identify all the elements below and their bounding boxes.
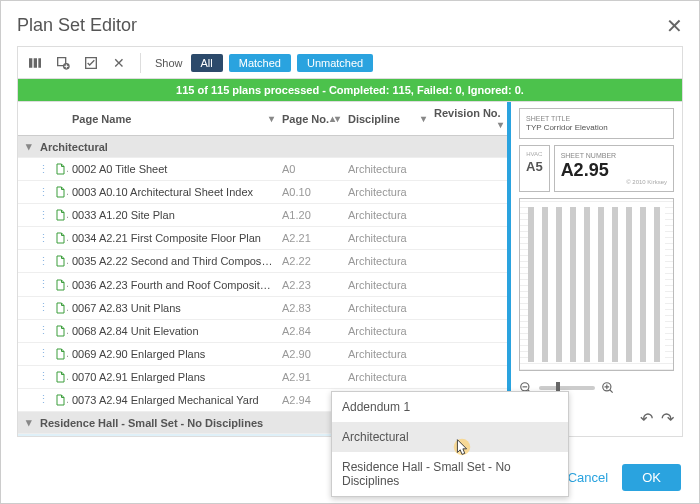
page-no-cell: A2.23: [278, 273, 344, 296]
discipline-cell: Architectura: [348, 255, 407, 267]
filter-all-button[interactable]: All: [191, 54, 223, 72]
discipline-cell: Architectura: [348, 232, 407, 244]
col-revision[interactable]: Revision No.▾: [430, 102, 507, 136]
drag-handle-icon[interactable]: ⋮⋮: [38, 209, 50, 222]
drag-handle-icon[interactable]: ⋮⋮: [38, 393, 50, 406]
discipline-dropdown[interactable]: Addendum 1ArchitecturalResidence Hall - …: [331, 391, 569, 497]
filter-matched-button[interactable]: Matched: [229, 54, 291, 72]
filter-icon[interactable]: ▾: [421, 113, 426, 124]
col-page-name[interactable]: Page Name▾: [68, 102, 278, 136]
table-row[interactable]: ⋮⋮0070 A2.91 Enlarged PlansA2.91Architec…: [18, 365, 507, 388]
ok-button[interactable]: OK: [622, 464, 681, 491]
page-no-cell: A0.10: [278, 181, 344, 204]
dialog-title: Plan Set Editor: [17, 15, 137, 36]
sheet-title-label: SHEET TITLE: [526, 114, 667, 123]
document-icon: [54, 254, 66, 266]
document-icon: [54, 208, 66, 220]
col-page-no[interactable]: Page No.▴▾: [278, 102, 344, 136]
drag-handle-icon[interactable]: ⋮⋮: [38, 301, 50, 314]
table-row[interactable]: ⋮⋮0036 A2.23 Fourth and Roof Composite F…: [18, 273, 507, 296]
discipline-cell: Architectura: [348, 186, 407, 198]
table-row[interactable]: ⋮⋮0034 A2.21 First Composite Floor PlanA…: [18, 227, 507, 250]
copyright: © 2010 Kirksey: [561, 179, 667, 187]
page-name-cell: 0035 A2.22 Second and Third Composite Fl…: [68, 250, 278, 273]
drag-handle-icon[interactable]: ⋮⋮: [38, 278, 50, 291]
page-no-cell: A1.20: [278, 204, 344, 227]
table-row[interactable]: ⋮⋮0003 A0.10 Architectural Sheet IndexA0…: [18, 181, 507, 204]
toolbar-divider: [140, 53, 141, 73]
discipline-cell: Architectura: [348, 279, 407, 291]
page-no-cell: A2.91: [278, 365, 344, 388]
drag-handle-icon[interactable]: ⋮⋮: [38, 324, 50, 337]
table-row[interactable]: ⋮⋮0033 A1.20 Site PlanA1.20Architectura: [18, 204, 507, 227]
content-area: Page Name▾ Page No.▴▾ Discipline▾ Revisi…: [17, 101, 683, 437]
sheet-title: TYP Corridor Elevation: [526, 123, 667, 133]
filter-icon[interactable]: ▾: [498, 119, 503, 130]
table-row[interactable]: ⋮⋮0068 A2.84 Unit ElevationA2.84Architec…: [18, 319, 507, 342]
page-no-cell: A2.22: [278, 250, 344, 273]
document-icon: [54, 162, 66, 174]
discipline-cell: Architectura: [348, 163, 407, 175]
toolbar: ✕ Show All Matched Unmatched: [17, 46, 683, 78]
approve-icon[interactable]: [80, 52, 102, 74]
filter-icon[interactable]: ▾: [269, 113, 274, 124]
show-label: Show: [155, 57, 183, 69]
group-row[interactable]: ▾Architectural: [18, 136, 507, 158]
cancel-button[interactable]: Cancel: [568, 470, 608, 485]
dropdown-item[interactable]: Architectural: [332, 422, 568, 452]
discipline-cell: Architectura: [348, 302, 407, 314]
page-name-cell: 0002 A0 Title Sheet: [68, 158, 278, 181]
plan-set-editor-dialog: Plan Set Editor ✕ ✕ Show All Matched Unm…: [0, 0, 700, 504]
zoom-in-icon[interactable]: [601, 381, 615, 395]
dropdown-item[interactable]: Addendum 1: [332, 392, 568, 422]
swap-columns-icon[interactable]: [24, 52, 46, 74]
clear-icon[interactable]: ✕: [108, 52, 130, 74]
drag-handle-icon[interactable]: ⋮⋮: [38, 163, 50, 176]
add-icon[interactable]: [52, 52, 74, 74]
undo-icon[interactable]: ↶: [640, 409, 653, 428]
collapse-icon[interactable]: ▾: [24, 416, 34, 429]
sheet-number-box: SHEET NUMBER A2.95 © 2010 Kirksey: [554, 145, 674, 192]
filter-unmatched-button[interactable]: Unmatched: [297, 54, 373, 72]
drag-handle-icon[interactable]: ⋮⋮: [38, 347, 50, 360]
drag-handle-icon[interactable]: ⋮⋮: [38, 232, 50, 245]
page-name-cell: 0070 A2.91 Enlarged Plans: [68, 365, 278, 388]
table-row[interactable]: ⋮⋮0002 A0 Title SheetA0Architectura: [18, 158, 507, 181]
close-icon[interactable]: ✕: [666, 16, 683, 36]
status-bar: 115 of 115 plans processed - Completed: …: [17, 78, 683, 101]
dialog-header: Plan Set Editor ✕: [17, 15, 683, 46]
discipline-cell: Architectura: [348, 348, 407, 360]
collapse-icon[interactable]: ▾: [24, 140, 34, 153]
adjacent-sheet: HVAC A5: [519, 145, 550, 192]
preview-panel: SHEET TITLE TYP Corridor Elevation HVAC …: [507, 102, 682, 436]
page-no-cell: A2.90: [278, 342, 344, 365]
table-row[interactable]: ⋮⋮0067 A2.83 Unit PlansA2.83Architectura: [18, 296, 507, 319]
table-row[interactable]: ⋮⋮0035 A2.22 Second and Third Composite …: [18, 250, 507, 273]
zoom-slider[interactable]: [539, 386, 595, 390]
page-name-cell: 0067 A2.83 Unit Plans: [68, 296, 278, 319]
sheet-title-box: SHEET TITLE TYP Corridor Elevation: [519, 108, 674, 139]
drag-handle-icon[interactable]: ⋮⋮: [38, 370, 50, 383]
plan-table: Page Name▾ Page No.▴▾ Discipline▾ Revisi…: [18, 102, 507, 436]
document-icon: [54, 231, 66, 243]
document-icon: [54, 301, 66, 313]
document-icon: [54, 324, 66, 336]
discipline-cell: Architectura: [348, 325, 407, 337]
sort-icon[interactable]: ▴▾: [330, 113, 340, 124]
table-row[interactable]: ⋮⋮0069 A2.90 Enlarged PlansA2.90Architec…: [18, 342, 507, 365]
sheet-thumbnail[interactable]: [519, 198, 674, 371]
document-icon: [54, 185, 66, 197]
mouse-cursor-icon: [451, 436, 473, 462]
drag-handle-icon[interactable]: ⋮⋮: [38, 186, 50, 199]
header-row: Page Name▾ Page No.▴▾ Discipline▾ Revisi…: [18, 102, 507, 136]
page-name-cell: 0034 A2.21 First Composite Floor Plan: [68, 227, 278, 250]
col-discipline[interactable]: Discipline▾: [344, 102, 430, 136]
page-no-cell: A2.84: [278, 319, 344, 342]
dropdown-item[interactable]: Residence Hall - Small Set - No Discipli…: [332, 452, 568, 496]
grid-area[interactable]: Page Name▾ Page No.▴▾ Discipline▾ Revisi…: [18, 102, 507, 436]
page-name-cell: 0033 A1.20 Site Plan: [68, 204, 278, 227]
page-name-cell: 0073 A2.94 Enlarged Mechanical Yard: [68, 388, 278, 411]
document-icon: [54, 370, 66, 382]
drag-handle-icon[interactable]: ⋮⋮: [38, 255, 50, 268]
redo-icon[interactable]: ↷: [661, 409, 674, 428]
